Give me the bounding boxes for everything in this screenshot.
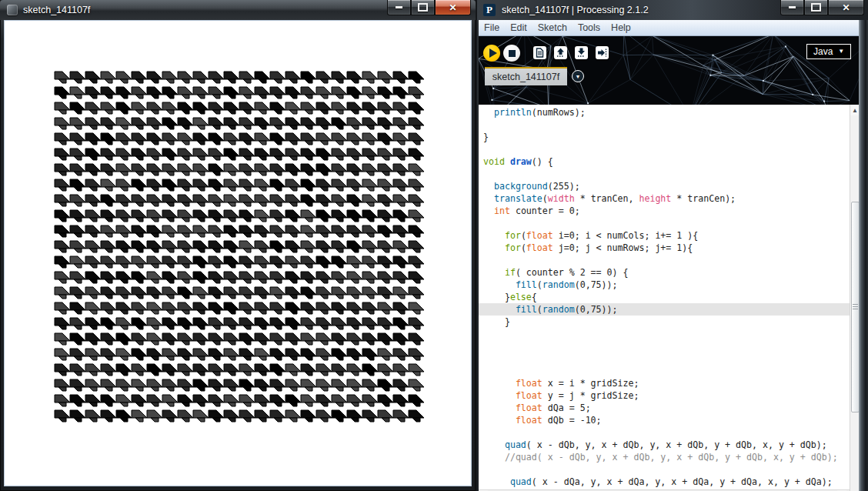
chevron-down-icon: ▼: [576, 74, 581, 79]
editor-vertical-scrollbar[interactable]: ▲ ▼: [850, 105, 859, 491]
export-right-arrow-icon: [597, 48, 607, 58]
menu-item-file[interactable]: File: [479, 20, 505, 35]
ide-header: Java ▼ sketch_141107f ▼: [479, 36, 859, 105]
minimize-button[interactable]: [387, 0, 411, 15]
code-line: void draw() {: [479, 155, 850, 168]
mode-selector[interactable]: Java ▼: [806, 44, 851, 59]
code-line: if( counter % 2 == 0) {: [479, 266, 850, 279]
tab-menu-button[interactable]: ▼: [572, 70, 584, 82]
close-icon: ✕: [449, 3, 456, 12]
open-button[interactable]: [554, 46, 567, 59]
close-button[interactable]: ✕: [828, 0, 864, 15]
ide-body: FileEditSketchToolsHelp: [479, 20, 859, 491]
code-line: fill(random(0,75));: [479, 303, 850, 316]
sketch-window-icon: [7, 5, 18, 15]
play-icon: [489, 48, 497, 58]
code-line: translate(width * tranCen, height * tran…: [479, 192, 850, 205]
menu-item-sketch[interactable]: Sketch: [532, 20, 573, 35]
code-line: float y = j * gridSize;: [479, 389, 850, 402]
generated-pattern: [5, 21, 469, 484]
code-line: [479, 217, 850, 229]
left-window-controls: ✕: [387, 0, 471, 15]
run-button[interactable]: [483, 45, 500, 62]
stop-button[interactable]: [503, 45, 520, 62]
new-document-icon: [535, 48, 545, 58]
left-window-title: sketch_141107f: [23, 0, 90, 20]
code-line: [479, 426, 850, 439]
save-down-arrow-icon: [576, 48, 586, 58]
code-line: for(float i=0; i < numCols; i+= 1 ){: [479, 229, 850, 242]
menu-item-tools[interactable]: Tools: [573, 20, 606, 35]
maximize-icon: [418, 3, 428, 12]
code-line: [479, 340, 850, 352]
stop-icon: [509, 50, 516, 57]
code-line: [479, 143, 850, 155]
sketch-output-window: sketch_141107f ✕: [0, 0, 476, 491]
code-line: }: [479, 316, 850, 328]
code-line: [479, 328, 850, 340]
save-button[interactable]: [575, 46, 588, 59]
maximize-icon: [811, 3, 821, 12]
window-right-frame: [859, 20, 866, 491]
code-line: [479, 254, 850, 266]
code-line: fill(random(0,75));: [479, 279, 850, 291]
mode-label: Java: [813, 45, 833, 58]
code-line: }else{: [479, 291, 850, 303]
processing-logo-icon: P: [483, 4, 496, 16]
maximize-button[interactable]: [411, 0, 435, 15]
code-line: quad( x - dQa, y, x + dQa, y, x + dQa, y…: [479, 476, 850, 488]
processing-ide-window: P sketch_141107f | Processing 2.1.2 ✕ Fi…: [477, 0, 868, 491]
code-line: //quad( x - dQb, y, x + dQb, y, x + dQb,…: [479, 451, 850, 463]
code-line: println(numRows);: [479, 106, 850, 119]
code-line: float dQa = 5;: [479, 402, 850, 414]
code-line: [479, 119, 850, 131]
maximize-button[interactable]: [804, 0, 828, 15]
menu-item-edit[interactable]: Edit: [505, 20, 532, 35]
chevron-down-icon: ▼: [838, 48, 844, 55]
close-icon: ✕: [842, 3, 850, 12]
tab-label: sketch_141107f: [492, 72, 559, 82]
code-line: float dQb = -10;: [479, 414, 850, 426]
code-line: [479, 168, 850, 180]
code-line: quad( x - dQb, y, x + dQb, y, x + dQb, y…: [479, 439, 850, 451]
thumb-grip: [853, 304, 858, 310]
new-sketch-button[interactable]: [533, 46, 546, 59]
code-line: [479, 463, 850, 476]
left-window-titlebar[interactable]: sketch_141107f ✕: [0, 0, 476, 20]
export-button[interactable]: [596, 46, 609, 59]
code-line: int counter = 0;: [479, 205, 850, 217]
minimize-button[interactable]: [780, 0, 804, 15]
code-line: for(float j=0; j < numRows; j+= 1){: [479, 242, 850, 254]
code-line: background(255);: [479, 180, 850, 192]
menu-item-help[interactable]: Help: [606, 20, 636, 35]
close-button[interactable]: ✕: [435, 0, 471, 15]
ide-window-controls: ✕: [780, 0, 864, 15]
code-text: println(numRows);}void draw() { backgrou…: [479, 106, 850, 488]
code-line: [479, 365, 850, 377]
menu-bar: FileEditSketchToolsHelp: [479, 20, 859, 36]
ide-window-title: sketch_141107f | Processing 2.1.2: [502, 0, 649, 20]
ide-titlebar[interactable]: P sketch_141107f | Processing 2.1.2 ✕: [477, 0, 868, 20]
code-line: [479, 352, 850, 365]
minimize-icon: [789, 6, 796, 8]
tab-sketch[interactable]: sketch_141107f: [485, 67, 567, 85]
minimize-icon: [396, 6, 402, 8]
open-up-arrow-icon: [556, 48, 566, 58]
code-line: }: [479, 131, 850, 143]
code-line: float x = i * gridSize;: [479, 377, 850, 389]
code-editor[interactable]: println(numRows);}void draw() { backgrou…: [479, 105, 850, 489]
sketch-canvas-area: [4, 20, 472, 486]
